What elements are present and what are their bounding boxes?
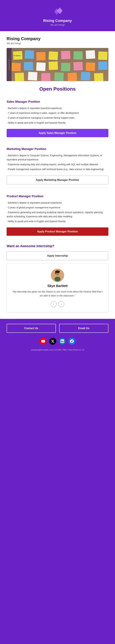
header-company-name: Rising Company xyxy=(3,18,112,23)
open-positions-section: Open Positions xyxy=(7,86,108,92)
sales-req-4: - Ability to speak and write in English … xyxy=(7,121,108,125)
sales-manager-section: Sales Manager Position - Bachelor's degr… xyxy=(7,97,108,137)
testimonial-next-button[interactable]: › xyxy=(58,301,64,307)
svg-point-7 xyxy=(56,273,57,274)
testimonial-prev-button[interactable]: ‹ xyxy=(51,301,57,307)
marketing-req-1: - Bachelor's degree in Computer Science,… xyxy=(7,154,108,162)
testimonial-name: Skye Bartlett xyxy=(11,284,104,288)
contact-us-button[interactable]: Contact Us xyxy=(7,324,56,333)
svg-rect-5 xyxy=(55,272,56,274)
youtube-icon[interactable] xyxy=(40,338,47,345)
email-us-button[interactable]: Email Us xyxy=(59,324,108,333)
divider-3 xyxy=(7,239,108,239)
product-manager-section: Product Manager Position - Bachelor's de… xyxy=(7,191,108,236)
internship-section: Want an Awesome Internship? Apply Intern… xyxy=(7,242,108,312)
apply-marketing-button[interactable]: Apply Marketing Manager Position xyxy=(7,176,108,184)
intro-company-name: Rising Company xyxy=(7,36,108,41)
marketing-manager-description: - Bachelor's degree in Computer Science,… xyxy=(7,154,108,172)
header: Rising Company We are hiring! xyxy=(0,0,115,31)
footer-info: company@example.com | 123 456 7890 | Twi… xyxy=(7,349,108,351)
marketing-req-2: - Experience analyzing data and creating… xyxy=(7,162,108,166)
product-manager-title: Product Manager Position xyxy=(7,191,108,198)
sales-manager-title: Sales Manager Position xyxy=(7,97,108,104)
divider-1 xyxy=(7,140,108,141)
marketing-req-3: - People management experience with tech… xyxy=(7,167,108,171)
testimonial-avatar xyxy=(51,269,64,282)
hero-image: Internship BC The Optimist xyxy=(7,48,108,81)
testimonial-quote: "My internship has given me the chance t… xyxy=(11,290,104,298)
sales-manager-description: - Bachelor's degree or equivalent practi… xyxy=(7,106,108,125)
footer: Contact Us Email Us company@exa xyxy=(0,319,115,356)
sales-req-2: - 7 years of experience working in sales… xyxy=(7,111,108,115)
footer-buttons: Contact Us Email Us xyxy=(7,324,108,333)
company-intro: Rising Company We are hiring! xyxy=(7,36,108,45)
product-req-3: - Experience generating and analyzing an… xyxy=(7,210,108,219)
testimonial-card: Skye Bartlett "My internship has given m… xyxy=(7,264,108,312)
product-req-4: - Ability to speak and write in English … xyxy=(7,219,108,224)
testimonial-nav: ‹ › xyxy=(11,301,104,307)
product-req-1: - Bachelor's degree or equivalent practi… xyxy=(7,201,108,205)
svg-point-8 xyxy=(58,273,59,274)
apply-product-button[interactable]: Apply Product Manager Position xyxy=(7,228,108,236)
sales-req-1: - Bachelor's degree or equivalent practi… xyxy=(7,106,108,110)
twitter-icon[interactable] xyxy=(49,338,56,345)
open-positions-title: Open Positions xyxy=(7,86,108,92)
internship-title: Want an Awesome Internship? xyxy=(7,242,108,248)
product-manager-description: - Bachelor's degree or equivalent practi… xyxy=(7,201,108,224)
marketing-manager-section: Marketing Manager Position - Bachelor's … xyxy=(7,144,108,184)
intro-tagline: We are hiring! xyxy=(7,42,108,45)
marketing-manager-title: Marketing Manager Position xyxy=(7,144,108,151)
header-tagline: We are hiring! xyxy=(3,24,112,26)
sales-req-3: - 5 years of experience managing a custo… xyxy=(7,116,108,120)
svg-point-4 xyxy=(55,270,60,273)
apply-sales-button[interactable]: Apply Sales Manager Position xyxy=(7,129,108,137)
main-content: Rising Company We are hiring! xyxy=(0,31,115,319)
social-icons xyxy=(7,338,108,345)
divider-2 xyxy=(7,188,108,188)
apply-internship-button[interactable]: Apply Internship xyxy=(7,251,108,260)
linkedin-icon[interactable] xyxy=(59,338,66,345)
facebook-icon[interactable] xyxy=(68,338,75,345)
product-req-2: - 3 years of global program management e… xyxy=(7,206,108,210)
svg-point-6 xyxy=(55,277,60,281)
logo xyxy=(52,7,63,16)
